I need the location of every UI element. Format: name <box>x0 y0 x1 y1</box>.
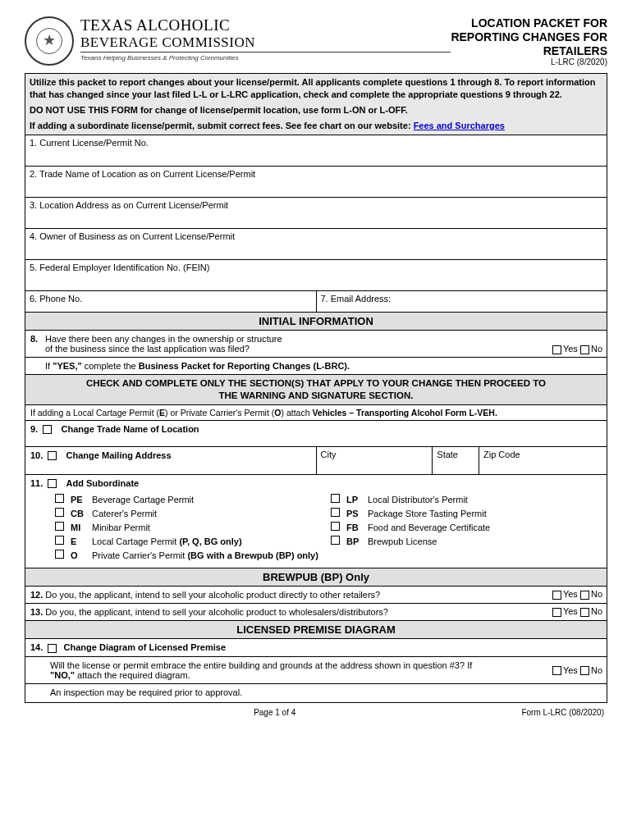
form-code: L-LRC (8/2020) <box>451 57 607 66</box>
q9-num: 9. <box>30 424 38 434</box>
q14-yes-checkbox[interactable] <box>552 666 561 675</box>
q12-cell: 12. Do you, the applicant, intend to sel… <box>25 587 479 604</box>
org-block: TEXAS ALCOHOLIC BEVERAGE COMMISSION Texa… <box>80 16 451 62</box>
fees-link[interactable]: Fees and Surcharges <box>414 121 505 130</box>
q9-checkbox[interactable] <box>43 425 52 434</box>
subord-left-col: PEBeverage Cartage Permit CBCaterer's Pe… <box>55 491 321 561</box>
q12-yes-checkbox[interactable] <box>552 591 561 600</box>
q7-field[interactable]: 7. Email Address: <box>316 290 607 312</box>
form-table: Utilize this packet to report changes ab… <box>25 73 607 702</box>
q13-cell: 13. Do you, the applicant, intend to sel… <box>25 604 479 621</box>
section-initial: INITIAL INFORMATION <box>25 312 607 330</box>
sub-mi-checkbox[interactable] <box>55 522 64 531</box>
instructions-cell: Utilize this packet to report changes ab… <box>25 74 607 135</box>
q14-sub2: An inspection may be required prior to a… <box>25 683 607 702</box>
q10-checkbox[interactable] <box>48 451 57 460</box>
q11-num: 11. <box>30 478 43 488</box>
q2-field[interactable]: 2. Trade Name of Location as on Current … <box>25 166 607 197</box>
q12-text: Do you, the applicant, intend to sell yo… <box>45 590 380 600</box>
q10-num: 10. <box>30 450 43 460</box>
no-label: No <box>591 344 602 354</box>
q9-row: 9. Change Trade Name of Location <box>25 420 607 446</box>
form-title-1: LOCATION PACKET FOR <box>451 16 607 30</box>
sub-lp-checkbox[interactable] <box>331 494 340 503</box>
form-title-2: REPORTING CHANGES FOR <box>451 30 607 44</box>
q8-num: 8. <box>30 334 45 354</box>
q12-no-checkbox[interactable] <box>580 591 589 600</box>
subordinate-columns: PEBeverage Cartage Permit CBCaterer's Pe… <box>30 488 602 564</box>
org-name-line1: TEXAS ALCOHOLIC <box>80 16 451 34</box>
q14-label: Change Diagram of Licensed Premise <box>64 642 226 652</box>
yes-label: Yes <box>563 344 578 354</box>
q10-state[interactable]: State <box>433 446 479 474</box>
q8-cell: 8. Have there been any changes in the ow… <box>25 330 479 357</box>
q8-no-checkbox[interactable] <box>580 345 589 354</box>
org-tagline: Texans Helping Businesses & Protecting C… <box>80 52 451 62</box>
q1-field[interactable]: 1. Current License/Permit No. <box>25 135 607 166</box>
q8-yes-checkbox[interactable] <box>552 345 561 354</box>
q10-main[interactable]: 10. Change Mailing Address <box>25 446 317 474</box>
q11-label: Add Subordinate <box>66 478 140 488</box>
q13-num: 13. <box>30 607 43 617</box>
q13-text: Do you, the applicant, intend to sell yo… <box>45 607 388 617</box>
q11-checkbox[interactable] <box>48 479 57 488</box>
q14-head: 14. Change Diagram of Licensed Premise <box>25 639 607 657</box>
section-premise: LICENSED PREMISE DIAGRAM <box>25 621 607 639</box>
instr-p2: DO NOT USE THIS FORM for change of licen… <box>30 104 602 116</box>
q8-ifyes: If "YES," complete the Business Packet f… <box>25 357 607 374</box>
org-name-line2: BEVERAGE COMMISSION <box>80 34 451 51</box>
instr-p3-pre: If adding a subordinate license/permit, … <box>30 121 414 130</box>
q14-num: 14. <box>30 642 43 652</box>
sub-o-checkbox[interactable] <box>55 550 64 559</box>
page-header: TEXAS ALCOHOLIC BEVERAGE COMMISSION Texa… <box>25 16 607 66</box>
q13-no-checkbox[interactable] <box>580 608 589 617</box>
q5-field[interactable]: 5. Federal Employer Identification No. (… <box>25 259 607 290</box>
q8-line2: of the business since the last applicati… <box>45 344 250 354</box>
q13-yn: Yes No <box>479 604 607 621</box>
sub-pe-checkbox[interactable] <box>55 494 64 503</box>
q8-yn: Yes No <box>479 330 607 357</box>
q10-label: Change Mailing Address <box>66 450 172 460</box>
sub-bp-checkbox[interactable] <box>331 536 340 545</box>
section-brewpub: BREWPUB (BP) Only <box>25 568 607 587</box>
page-number: Page 1 of 4 <box>254 708 295 717</box>
q14-sub1: Will the license or permit embrace the e… <box>25 656 479 683</box>
footer-form-code: Form L-LRC (08/2020) <box>521 708 604 717</box>
q3-field[interactable]: 3. Location Address as on Current Licens… <box>25 197 607 228</box>
q4-field[interactable]: 4. Owner of Business as on Current Licen… <box>25 228 607 259</box>
sub-ps-checkbox[interactable] <box>331 508 340 517</box>
page-footer: Page 1 of 4 Form L-LRC (08/2020) <box>25 703 607 717</box>
q14-no-checkbox[interactable] <box>580 666 589 675</box>
q8-line1: Have there been any changes in the owner… <box>45 334 282 344</box>
q11-cell: 11. Add Subordinate PEBeverage Cartage P… <box>25 474 607 568</box>
instr-p1: Utilize this packet to report changes ab… <box>30 76 602 101</box>
q9-label: Change Trade Name of Location <box>61 424 199 434</box>
q10-city[interactable]: City <box>316 446 433 474</box>
q14-checkbox[interactable] <box>48 644 57 653</box>
q12-yn: Yes No <box>479 587 607 604</box>
sub-fb-checkbox[interactable] <box>331 522 340 531</box>
check-complete-head: CHECK AND COMPLETE ONLY THE SECTION(S) T… <box>25 374 607 404</box>
instr-p3: If adding a subordinate license/permit, … <box>30 120 602 132</box>
tabc-seal-icon <box>25 16 74 66</box>
subord-right-col: LPLocal Distributor's Permit PSPackage S… <box>331 491 597 561</box>
q6-field[interactable]: 6. Phone No. <box>25 290 317 312</box>
q12-num: 12. <box>30 590 43 600</box>
veh-note: If adding a Local Cartage Permit (E) or … <box>25 404 607 420</box>
sub-cb-checkbox[interactable] <box>55 508 64 517</box>
form-title-block: LOCATION PACKET FOR REPORTING CHANGES FO… <box>451 16 607 66</box>
sub-e-checkbox[interactable] <box>55 536 64 545</box>
q14-yn: Yes No <box>479 656 607 683</box>
form-title-3: RETAILERS <box>451 44 607 58</box>
q13-yes-checkbox[interactable] <box>552 608 561 617</box>
q10-zip[interactable]: Zip Code <box>479 446 607 474</box>
